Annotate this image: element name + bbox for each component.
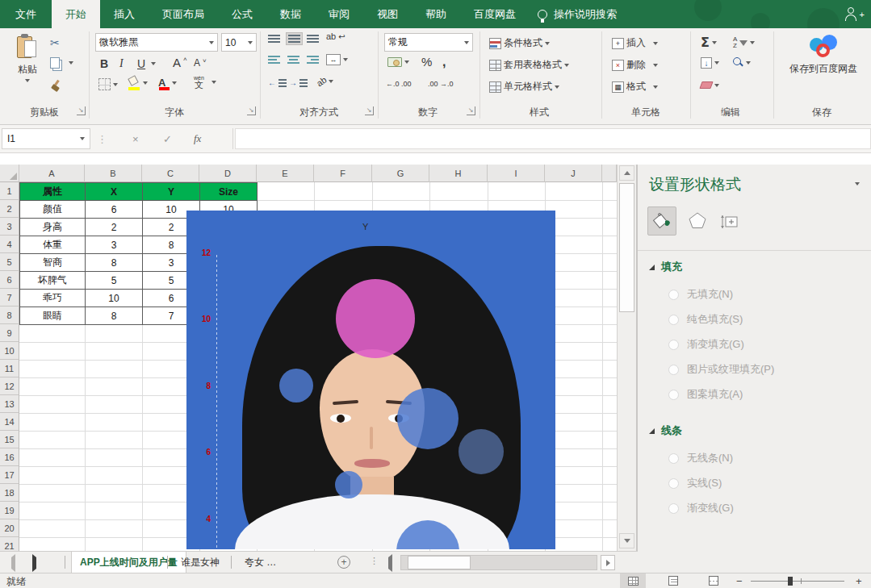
zoom-in-button[interactable]: + — [856, 575, 862, 587]
row-header-18[interactable]: 18 — [0, 484, 19, 502]
ribbon-tab-1[interactable]: 文件 — [0, 0, 52, 28]
column-header-H[interactable]: H — [429, 165, 488, 182]
orientation-button[interactable]: ab — [316, 77, 333, 86]
row-header-7[interactable]: 7 — [0, 289, 19, 307]
cell-A7[interactable]: 乖巧 — [19, 289, 86, 307]
font-size-select[interactable]: 10 — [221, 33, 257, 52]
column-header-J[interactable]: J — [545, 165, 602, 182]
increase-indent-button[interactable]: → — [289, 78, 308, 87]
sheet-tab-3[interactable]: 夸女 … — [237, 552, 284, 573]
fill-button[interactable]: ↓ — [701, 57, 719, 69]
grow-font-button[interactable]: A˄ — [173, 56, 187, 69]
phonetic-guide-button[interactable]: wén文 — [194, 75, 216, 90]
accounting-format-button[interactable] — [387, 57, 409, 67]
account-sign-in-icon[interactable]: + — [844, 6, 860, 23]
ribbon-tab-5[interactable]: 公式 — [218, 0, 266, 28]
pane-option-1-1[interactable]: 实线(S) — [668, 476, 722, 490]
cell-B2[interactable]: 6 — [85, 200, 143, 219]
vertical-scrollbar[interactable] — [617, 165, 636, 551]
chart-bubble-颜值[interactable] — [336, 279, 415, 358]
format-painter-button[interactable] — [50, 80, 61, 91]
hscroll-left-button[interactable] — [388, 557, 392, 569]
cell-A3[interactable]: 身高 — [19, 218, 86, 236]
horizontal-scroll-thumb[interactable] — [408, 556, 471, 569]
row-header-17[interactable]: 17 — [0, 466, 19, 484]
cell-A8[interactable]: 眼睛 — [19, 307, 86, 325]
merge-center-button[interactable]: ↔ — [326, 54, 348, 65]
font-name-select[interactable]: 微软雅黑 — [95, 33, 218, 52]
autosum-button[interactable]: Σ — [701, 35, 717, 50]
vertical-scroll-thumb[interactable] — [619, 183, 634, 312]
align-center-button[interactable] — [287, 56, 299, 64]
row-header-13[interactable]: 13 — [0, 395, 19, 413]
zoom-out-button[interactable]: − — [736, 575, 743, 587]
row-header-3[interactable]: 3 — [0, 218, 19, 236]
sheet-tab-2[interactable]: 谁是女神 — [173, 552, 228, 573]
align-left-button[interactable] — [268, 56, 280, 64]
align-top-button[interactable] — [268, 35, 280, 43]
cell-A6[interactable]: 坏脾气 — [19, 271, 86, 290]
column-header-F[interactable]: F — [314, 165, 372, 182]
clipboard-dialog-launcher[interactable]: ↘ — [77, 106, 86, 115]
row-header-8[interactable]: 8 — [0, 307, 19, 324]
comma-style-button[interactable]: , — [442, 55, 446, 69]
clear-button[interactable] — [701, 81, 719, 89]
ribbon-tab-3[interactable]: 插入 — [100, 0, 149, 28]
sheet-tab-1[interactable]: APP上线时间及用户量 — [71, 552, 186, 573]
row-header-6[interactable]: 6 — [0, 271, 19, 289]
font-dialog-launcher[interactable]: ↘ — [247, 106, 256, 115]
normal-view-button[interactable] — [620, 573, 646, 588]
zoom-slider-track[interactable] — [751, 581, 844, 582]
sheet-nav-next[interactable] — [32, 557, 36, 569]
copy-button[interactable] — [50, 57, 73, 69]
column-header-D[interactable]: D — [199, 165, 257, 182]
column-header-partial[interactable] — [602, 165, 617, 182]
cell-A4[interactable]: 体重 — [19, 236, 86, 254]
pane-tab-fill-line[interactable] — [647, 206, 676, 236]
borders-button[interactable] — [98, 78, 118, 90]
insert-function-button[interactable]: fx — [194, 128, 201, 149]
select-all-corner[interactable] — [0, 165, 19, 182]
increase-decimal-button[interactable]: ←.0 .00 — [386, 80, 412, 88]
cell-A5[interactable]: 智商 — [19, 253, 86, 272]
shrink-font-button[interactable]: A˅ — [194, 57, 207, 69]
pane-tab-size-properties[interactable] — [715, 206, 744, 236]
cancel-button[interactable]: × — [132, 128, 139, 149]
row-header-2[interactable]: 2 — [0, 200, 19, 218]
cell-B3[interactable]: 2 — [85, 218, 143, 236]
bold-button[interactable]: B — [100, 57, 108, 70]
pane-option-1-0[interactable]: 无线条(N) — [668, 451, 733, 465]
format-as-table-button[interactable]: 套用表格格式 — [489, 58, 569, 72]
cell-A1[interactable]: 属性 — [19, 182, 86, 201]
paste-button[interactable]: 粘贴 — [10, 35, 45, 82]
column-header-C[interactable]: C — [142, 165, 199, 182]
horizontal-scrollbar[interactable] — [400, 555, 597, 570]
column-header-E[interactable]: E — [257, 165, 314, 182]
pane-option-1-2[interactable]: 渐变线(G) — [668, 501, 734, 515]
row-header-16[interactable]: 16 — [0, 448, 19, 466]
cut-button[interactable]: ✂ — [50, 36, 60, 49]
cell-B8[interactable]: 8 — [85, 307, 143, 325]
font-color-button[interactable]: A — [158, 77, 177, 90]
number-dialog-launcher[interactable]: ↘ — [467, 106, 475, 115]
alignment-dialog-launcher[interactable]: ↘ — [365, 106, 374, 115]
row-header-20[interactable]: 20 — [0, 519, 19, 537]
zoom-slider-thumb[interactable] — [788, 577, 793, 586]
pane-option-0-4[interactable]: 图案填充(A) — [668, 387, 743, 402]
row-header-11[interactable]: 11 — [0, 360, 19, 377]
ribbon-tab-4[interactable]: 页面布局 — [149, 0, 218, 28]
row-header-12[interactable]: 12 — [0, 377, 19, 395]
ribbon-tab-10[interactable]: 百度网盘 — [460, 0, 530, 28]
align-middle-button[interactable] — [286, 32, 303, 45]
pane-section-fill[interactable]: 填充 — [649, 260, 682, 274]
pane-tab-effects[interactable] — [683, 206, 712, 236]
row-header-5[interactable]: 5 — [0, 253, 19, 271]
row-header-9[interactable]: 9 — [0, 324, 19, 342]
row-header-21[interactable]: 21 — [0, 537, 19, 551]
insert-cells-button[interactable]: +插入 — [612, 36, 658, 50]
percent-style-button[interactable]: % — [421, 55, 432, 69]
enter-button[interactable]: ✓ — [163, 128, 172, 149]
underline-button[interactable]: U — [137, 57, 156, 70]
cell-B1[interactable]: X — [85, 182, 143, 201]
chart-axis-title[interactable]: Y — [362, 222, 368, 231]
